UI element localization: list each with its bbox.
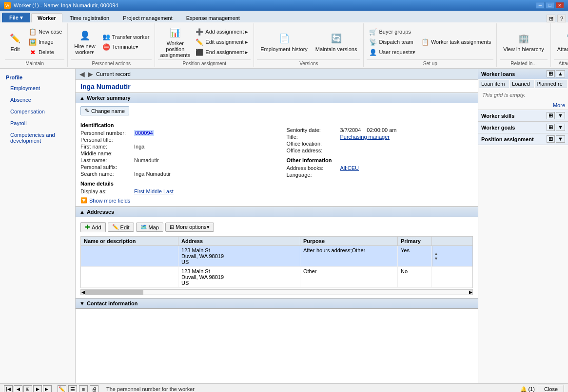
edit-assignment-label: Edit assignment ▸ [205,39,248,45]
addr-address-1: 123 Main StDuvall, WA 98019US [178,246,300,266]
worker-goals-collapse-icon[interactable]: ▼ [556,124,565,131]
worker-loans-collapse-icon[interactable]: ▲ [556,70,565,77]
show-more-button[interactable]: 🔽 Show more fields [80,197,130,204]
delete-icon: ✖ [29,48,37,56]
display-as-value[interactable]: First Middle Last [134,188,174,194]
view-in-hierarchy-button[interactable]: 🏢 View in hierarchy [500,30,548,54]
status-edit-icon[interactable]: ✏️ [58,385,66,392]
ribbon-help-icon[interactable]: ? [557,15,566,22]
status-view-icon[interactable]: ☰ [68,385,77,392]
position-assignment-section[interactable]: Position assignment ⊞ ▼ [478,133,568,145]
status-list-icon[interactable]: ≡ [79,385,88,392]
more-options-button[interactable]: ⊞ More options▾ [165,223,214,232]
sidebar-item-employment[interactable]: Employment [0,82,75,94]
edit-address-button[interactable]: ✏️ Edit [108,223,134,232]
office-location-label: Office location: [287,141,340,147]
ribbon-layout-icon[interactable]: ⊞ [547,15,555,22]
restore-button[interactable]: □ [546,2,554,9]
worker-goals-expand-icon[interactable]: ⊞ [547,124,555,131]
change-name-button[interactable]: ✎ Change name [80,106,129,115]
addresses-section-header[interactable]: ▲ Addresses [76,206,478,217]
tab-worker[interactable]: Worker [31,13,62,22]
nav-next-button[interactable]: ▶ [33,385,42,392]
personal-title-label: Personal title: [80,137,134,143]
notification-bell[interactable]: 🔔 (1) [520,386,534,392]
horizontal-scrollbar[interactable]: ◀ ▶ [80,289,473,295]
setup-group-label: Set up [367,59,493,66]
personnel-number-label: Personnel number: [80,130,134,136]
image-button[interactable]: 🖼️ Image [26,37,64,47]
sidebar-item-absence[interactable]: Absence [0,94,75,106]
minimize-button[interactable]: ─ [536,2,545,9]
tab-expense-management[interactable]: Expense management [180,13,246,22]
add-assignment-icon: ➕ [196,28,203,36]
worker-skills-expand-icon[interactable]: ⊞ [547,112,555,119]
nav-left-icon[interactable]: ◀ [79,70,85,78]
worker-loans-more[interactable]: More [478,101,568,110]
addr-name-2 [81,267,178,287]
maintain-group-label: Maintain [5,59,64,66]
worker-summary-section-header[interactable]: ▲ Worker summary [76,93,478,103]
col-address: Address [178,237,300,245]
sidebar-item-payroll[interactable]: Payroll [0,117,75,129]
search-name-value: Inga Numadutir [134,171,171,177]
dispatch-team-button[interactable]: 📡 Dispatch team [367,37,417,47]
status-bar: |◀ ◀ ⊞ ▶ ▶| ✏️ ☰ ≡ 🖨 The personnel numbe… [0,383,568,392]
status-print-icon[interactable]: 🖨 [90,385,98,392]
edit-icon: ✏️ [8,32,22,45]
worker-position-assignments-button[interactable]: 📊 Worker position assignments [158,24,192,59]
scroll-right-btn[interactable]: ▶ [469,290,472,295]
personnel-small-btns: 👥 Transfer worker ⛔ Terminate▾ [100,32,152,52]
tab-time-registration[interactable]: Time registration [63,13,116,22]
employment-history-label: Employment history [260,46,308,52]
position-assignment-collapse-icon[interactable]: ▼ [556,135,565,143]
position-assignment-expand-icon[interactable]: ⊞ [547,135,555,143]
nav-grid-button[interactable]: ⊞ [23,385,32,392]
scroll-left-btn[interactable]: ◀ [81,290,85,295]
tab-project-management[interactable]: Project management [117,13,179,22]
address-books-value[interactable]: All;CEU [340,165,359,171]
hire-icon: 👤 [78,29,92,42]
hire-new-worker-button[interactable]: 👤 Hire newworker▾ [71,27,98,56]
close-window-button[interactable]: ✕ [555,2,564,9]
worker-loans-label: Worker loans [481,71,515,77]
delete-button[interactable]: ✖ Delete [26,47,64,57]
attachments-button[interactable]: 📎 Attachments [554,30,568,54]
user-requests-button[interactable]: 👤 User requests▾ [367,47,417,57]
map-button[interactable]: 🗺️ Map [136,223,163,232]
transfer-worker-button[interactable]: 👥 Transfer worker [100,32,152,42]
worker-task-assignments-button[interactable]: 📋 Worker task assignments [419,37,493,47]
add-address-button[interactable]: ✚ Add [80,222,106,232]
scroll-down-btn[interactable]: ▼ [434,256,438,261]
tab-file[interactable]: File ▾ [2,13,30,22]
address-row-1[interactable]: 123 Main StDuvall, WA 98019US After-hour… [81,246,472,267]
nav-prev-button[interactable]: ◀ [14,385,22,392]
nav-right-icon[interactable]: ▶ [88,70,93,78]
worker-skills-collapse-icon[interactable]: ▼ [556,112,565,119]
terminate-button[interactable]: ⛔ Terminate▾ [100,42,152,52]
worker-loans-expand-icon[interactable]: ⊞ [547,70,555,77]
buyer-groups-button[interactable]: 🛒 Buyer groups [367,27,417,37]
worker-goals-section[interactable]: Worker goals ⊞ ▼ [478,122,568,133]
close-button[interactable]: Close [538,385,564,392]
end-assignment-label: End assignment ▸ [205,49,248,56]
transfer-icon: 👥 [102,33,110,41]
new-case-button[interactable]: 📋 New case [26,27,64,37]
worker-goals-label: Worker goals [481,125,515,131]
nav-first-button[interactable]: |◀ [4,385,13,392]
scroll-up-btn[interactable]: ▲ [434,251,438,256]
maintain-versions-button[interactable]: 🔄 Maintain versions [312,30,361,54]
sidebar-item-compensation[interactable]: Compensation [0,106,75,117]
title-field-value[interactable]: Purchasing manager [340,134,390,140]
sidebar-item-competencies[interactable]: Competencies and development [0,129,75,147]
address-row-2[interactable]: 123 Main StDuvall, WA 98019US Other No [81,267,472,288]
contact-info-section-header[interactable]: ▼ Contact information [76,298,478,309]
edit-button[interactable]: ✏️ Edit [5,30,25,54]
employment-history-button[interactable]: 📄 Employment history [257,30,311,54]
collapse-icon: ▲ [79,95,85,101]
worker-skills-section[interactable]: Worker skills ⊞ ▼ [478,110,568,122]
add-assignment-button[interactable]: ➕ Add assignment ▸ [193,27,251,37]
nav-last-button[interactable]: ▶| [43,385,52,392]
end-assignment-button[interactable]: ⬛ End assignment ▸ [193,47,251,57]
edit-assignment-button[interactable]: ✏️ Edit assignment ▸ [193,37,251,47]
